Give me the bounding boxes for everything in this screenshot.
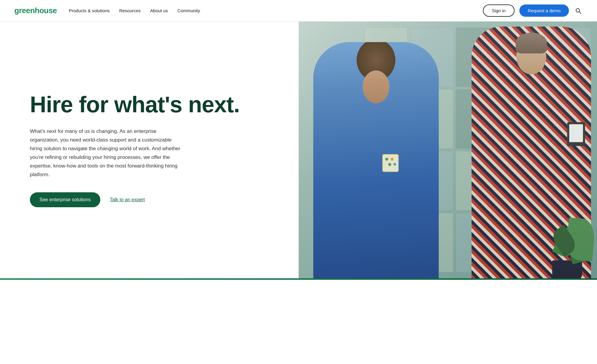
mug-dot: [391, 158, 394, 161]
mug-dot: [388, 163, 391, 166]
main-nav: greenhouse Products & solutions Resource…: [0, 0, 597, 21]
clipboard: [567, 122, 585, 146]
bottom-accent-bar: [0, 278, 597, 280]
hero-headline: Hire for what's next.: [30, 93, 275, 116]
mug-dot: [394, 163, 396, 165]
hero-section: Hire for what's next. What's next for ma…: [0, 21, 597, 278]
clipboard-page: [569, 124, 583, 142]
person-2-hair: [516, 33, 547, 53]
logo[interactable]: greenhouse: [14, 6, 57, 15]
person-1-face: [363, 70, 389, 103]
hero-actions: See enterprise solutions Talk to an expe…: [30, 192, 275, 207]
talk-to-expert-link[interactable]: Talk to an expert: [110, 197, 145, 202]
hero-left-panel: Hire for what's next. What's next for ma…: [0, 21, 299, 278]
svg-line-1: [579, 12, 581, 13]
hero-body-text: What's next for many of us is changing. …: [30, 127, 185, 179]
hero-image-panel: [299, 21, 597, 278]
plant-decoration: [537, 195, 597, 278]
nav-item-resources[interactable]: Resources: [119, 8, 141, 13]
nav-item-community[interactable]: Community: [177, 8, 200, 13]
nav-right: Sign in Request a demo: [483, 4, 583, 17]
plant-pot: [552, 260, 582, 278]
coffee-mug: [382, 154, 399, 172]
mug-dot: [385, 158, 388, 161]
request-demo-button[interactable]: Request a demo: [519, 4, 569, 17]
nav-links: Products & solutions Resources About us …: [69, 8, 200, 13]
nav-left: greenhouse Products & solutions Resource…: [14, 6, 200, 15]
nav-item-about[interactable]: About us: [150, 8, 168, 13]
nav-item-products[interactable]: Products & solutions: [69, 8, 110, 13]
person-1-silhouette: [313, 42, 439, 278]
search-icon: [575, 7, 581, 14]
search-button[interactable]: [574, 6, 583, 15]
enterprise-solutions-button[interactable]: See enterprise solutions: [30, 192, 100, 207]
signin-button[interactable]: Sign in: [483, 4, 515, 17]
hero-scene: [299, 21, 597, 278]
